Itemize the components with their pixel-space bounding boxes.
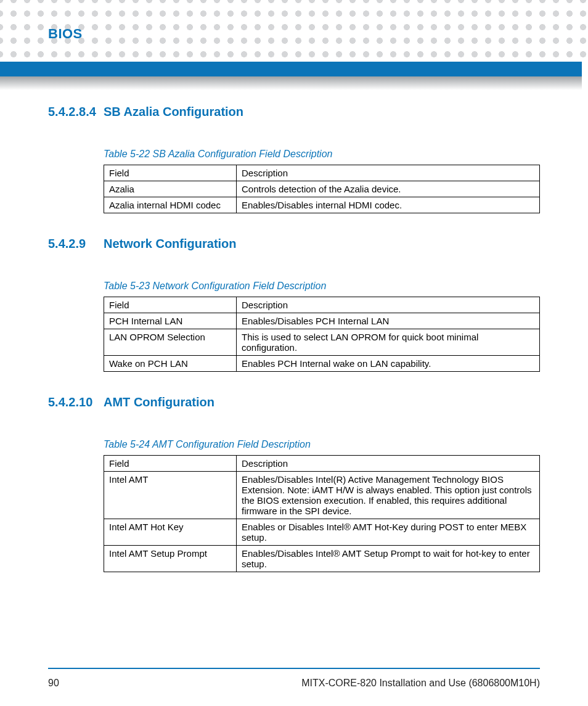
table-row: Azalia internal HDMI codec Enables/Disab… (104, 197, 540, 213)
table-cell-field: Azalia internal HDMI codec (104, 197, 237, 213)
table-cell-field: LAN OPROM Selection (104, 329, 237, 356)
table-row: Intel AMT Setup Prompt Enables/Disables … (104, 546, 540, 572)
page-content: 5.4.2.8.4 SB Azalia Configuration Table … (48, 105, 540, 657)
section-heading: 5.4.2.9 Network Configuration (48, 237, 540, 251)
field-table: Field Description Intel AMT Enables/Disa… (104, 455, 540, 572)
table-header-desc: Description (237, 297, 540, 313)
table-row: LAN OPROM Selection This is used to sele… (104, 329, 540, 356)
page-footer: 90 MITX-CORE-820 Installation and Use (6… (48, 678, 540, 689)
table-cell-field: Intel AMT Setup Prompt (104, 546, 237, 572)
table-header-desc: Description (237, 165, 540, 181)
section-number: 5.4.2.10 (48, 395, 104, 409)
header-gradient-bar (0, 76, 582, 90)
table-caption: Table 5-23 Network Configuration Field D… (104, 281, 540, 292)
table-cell-desc: Enables/Disables Intel(R) Active Managem… (237, 472, 540, 519)
table-row: PCH Internal LAN Enables/Disables PCH In… (104, 313, 540, 329)
table-cell-desc: Enables/Disables PCH Internal LAN (237, 313, 540, 329)
page-header-title: BIOS (48, 26, 588, 42)
field-table: Field Description Azalia Controls detect… (104, 165, 540, 213)
section-title: Network Configuration (104, 237, 237, 251)
table-caption: Table 5-24 AMT Configuration Field Descr… (104, 439, 540, 450)
table-header-field: Field (104, 165, 237, 181)
table-header-desc: Description (237, 456, 540, 472)
table-cell-desc: Controls detection of the Azalia device. (237, 181, 540, 197)
table-cell-desc: Enables/Disables internal HDMI codec. (237, 197, 540, 213)
table-header-field: Field (104, 297, 237, 313)
table-row: Wake on PCH LAN Enables PCH Internal wak… (104, 356, 540, 372)
section-title: AMT Configuration (104, 395, 214, 409)
table-row: Azalia Controls detection of the Azalia … (104, 181, 540, 197)
table-cell-field: PCH Internal LAN (104, 313, 237, 329)
document-id: MITX-CORE-820 Installation and Use (6806… (301, 678, 540, 689)
page-header: BIOS (0, 0, 588, 42)
page-number: 90 (48, 678, 59, 689)
table-cell-field: Intel AMT Hot Key (104, 519, 237, 546)
section-title: SB Azalia Configuration (104, 105, 243, 119)
section-heading: 5.4.2.10 AMT Configuration (48, 395, 540, 409)
table-row: Field Description (104, 165, 540, 181)
table-row: Intel AMT Enables/Disables Intel(R) Acti… (104, 472, 540, 519)
table-header-field: Field (104, 456, 237, 472)
table-cell-field: Wake on PCH LAN (104, 356, 237, 372)
table-cell-desc: Enables PCH Internal wake on LAN capabil… (237, 356, 540, 372)
section-heading: 5.4.2.8.4 SB Azalia Configuration (48, 105, 540, 119)
table-row: Field Description (104, 297, 540, 313)
table-cell-field: Azalia (104, 181, 237, 197)
table-cell-field: Intel AMT (104, 472, 237, 519)
footer-divider (48, 668, 540, 669)
table-cell-desc: Enables/Disables Intel® AMT Setup Prompt… (237, 546, 540, 572)
table-row: Field Description (104, 456, 540, 472)
section-number: 5.4.2.8.4 (48, 105, 104, 119)
table-cell-desc: Enables or Disables Intel® AMT Hot-Key d… (237, 519, 540, 546)
table-caption: Table 5-22 SB Azalia Configuration Field… (104, 149, 540, 160)
table-cell-desc: This is used to select LAN OPROM for qui… (237, 329, 540, 356)
header-blue-bar (0, 62, 582, 76)
section-number: 5.4.2.9 (48, 237, 104, 251)
field-table: Field Description PCH Internal LAN Enabl… (104, 297, 540, 372)
table-row: Intel AMT Hot Key Enables or Disables In… (104, 519, 540, 546)
